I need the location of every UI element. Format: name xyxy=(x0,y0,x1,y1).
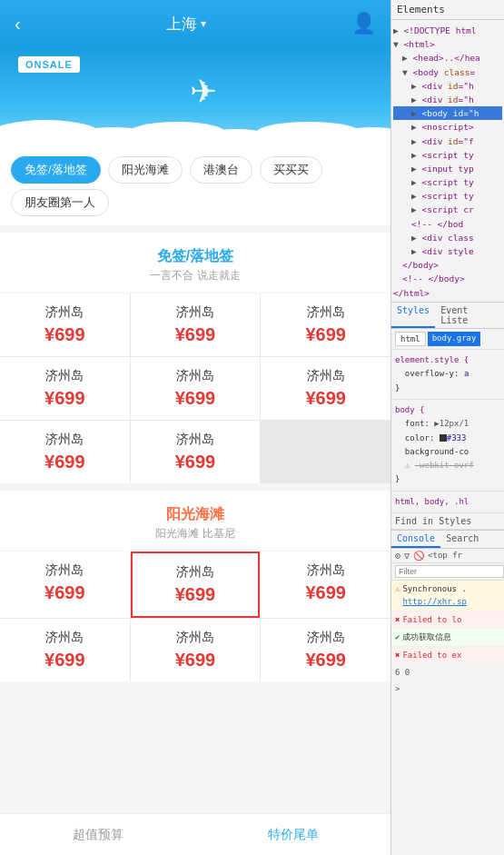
error-icon: ✖ xyxy=(395,613,400,626)
tree-line: </html> xyxy=(393,286,502,300)
tree-line: ▶ <div id="f xyxy=(393,134,502,148)
tree-line: ▼ <html> xyxy=(393,37,502,51)
filter-tab-shopping[interactable]: 买买买 xyxy=(260,156,322,184)
user-icon[interactable]: 👤 xyxy=(351,12,376,35)
console-message-warning-1: ⚠ Synchronous .http://xhr.sp xyxy=(391,581,504,611)
styles-body: body { font: ▶12px/1 color: #333 backgro… xyxy=(391,400,504,492)
tree-line: ▶ <div style xyxy=(393,244,502,258)
product-grid-1: 济州岛 ¥699 济州岛 ¥699 济州岛 ¥699 济州岛 ¥699 济州岛 … xyxy=(0,293,390,483)
console-clear-icon[interactable]: ⊙ xyxy=(395,551,400,561)
product-cell[interactable]: 济州岛 ¥699 xyxy=(261,293,390,356)
bottom-nav-budget[interactable]: 超值预算 xyxy=(0,814,195,855)
console-filter-input[interactable] xyxy=(395,565,504,578)
filter-tab-friends[interactable]: 朋友圈第一人 xyxy=(11,189,109,216)
element-tab-html[interactable]: html xyxy=(395,332,426,346)
console-context: <top fr xyxy=(428,551,462,560)
section1-subtitle: 一言不合 说走就走 xyxy=(0,268,390,283)
section2-subtitle: 阳光海滩 比基尼 xyxy=(0,526,390,542)
tree-line: ▶ <script ty xyxy=(393,189,502,203)
tree-line: <!-- </bod xyxy=(393,217,502,231)
section1-title: 免签/落地签 xyxy=(0,247,390,266)
success-icon: ✔ xyxy=(395,631,400,643)
tree-line: ▶ <script cr xyxy=(393,203,502,216)
product-cell[interactable]: 济州岛 ¥699 xyxy=(0,357,130,420)
tree-line: ▶ <!DOCTYPE html xyxy=(393,24,502,37)
product-cell[interactable]: 济州岛 ¥699 xyxy=(131,357,261,420)
console-filter-icon[interactable]: ▽ xyxy=(404,551,410,561)
tab-styles[interactable]: Styles xyxy=(391,303,435,328)
banner: ONSALE ✈ xyxy=(0,47,390,147)
app-header: ‹ 上海 ▾ 👤 xyxy=(0,0,390,47)
tree-line: ▶ <div class xyxy=(393,231,502,244)
product-cell[interactable]: 济州岛 ¥699 xyxy=(261,357,390,420)
filter-tabs-row1: 免签/落地签 阳光海滩 港澳台 买买买 xyxy=(0,147,390,189)
product-cell-highlighted[interactable]: 济州岛 ¥699 xyxy=(131,552,261,618)
filter-tab-hk[interactable]: 港澳台 xyxy=(190,156,252,184)
filter-tabs-row2: 朋友圈第一人 xyxy=(0,189,390,225)
element-tabs: html body.gray xyxy=(391,329,504,350)
product-cell[interactable]: 济州岛 ¥699 xyxy=(261,552,390,618)
header-title: 上海 ▾ xyxy=(166,14,206,35)
tree-line: <!-- </body> xyxy=(393,272,502,285)
tree-line: ▶ <script ty xyxy=(393,175,502,189)
tree-line: ▼ <body class= xyxy=(393,65,502,79)
bottom-nav: 超值预算 特价尾单 xyxy=(0,813,390,855)
devtools-panel: Elements ▶ <!DOCTYPE html ▼ <html> ▶ <he… xyxy=(390,0,504,855)
console-message-success-1: ✔ 成功获取信息 xyxy=(391,629,504,646)
tree-line-selected[interactable]: ▶ <body id="h xyxy=(393,106,502,120)
tree-line: ▶ <head>..</hea xyxy=(393,51,502,65)
dropdown-icon[interactable]: ▾ xyxy=(201,17,206,30)
tree-line: </body> xyxy=(393,258,502,272)
product-cell[interactable]: 济州岛 ¥699 xyxy=(131,421,261,483)
styles-tab-bar: Styles Event Liste xyxy=(391,303,504,329)
console-messages: ⚠ Synchronous .http://xhr.sp ✖ Failed to… xyxy=(391,581,504,855)
console-prompt[interactable]: > xyxy=(391,681,504,697)
filter-tab-beach[interactable]: 阳光海滩 xyxy=(108,156,183,184)
console-message-error-2: ✖ Failed to ex xyxy=(391,647,504,664)
bottom-nav-deals[interactable]: 特价尾单 xyxy=(195,814,390,855)
devtools-elements-tab[interactable]: Elements xyxy=(397,4,445,15)
console-toolbar: ⊙ ▽ 🚫 <top fr xyxy=(391,549,504,563)
styles-html-body: html, body, .hl xyxy=(391,492,504,513)
tree-line: ▶ <noscript> xyxy=(393,120,502,134)
tree-line: ▶ <div id="h xyxy=(393,79,502,93)
product-cell[interactable]: 济州岛 ¥699 xyxy=(0,421,130,483)
console-tab-bar: Console Search xyxy=(391,531,504,549)
product-cell[interactable]: 济州岛 ¥699 xyxy=(0,552,130,618)
section2-header: 阳光海滩 阳光海滩 比基尼 xyxy=(0,491,390,551)
filter-tab-visa[interactable]: 免签/落地签 xyxy=(11,156,101,184)
tree-line: ▶ <input typ xyxy=(393,162,502,175)
plane-icon: ✈ xyxy=(190,73,217,111)
devtools-topbar: Elements xyxy=(391,0,504,20)
back-button[interactable]: ‹ xyxy=(15,14,21,35)
section1-header: 免签/落地签 一言不合 说走就走 xyxy=(0,233,390,293)
console-count: 6 0 xyxy=(391,664,504,681)
product-grid-2: 济州岛 ¥699 济州岛 ¥699 济州岛 ¥699 济州岛 ¥699 济州岛 … xyxy=(0,552,390,681)
onsale-badge: ONSALE xyxy=(18,56,80,73)
product-cell[interactable]: 济州岛 ¥699 xyxy=(131,619,261,681)
clouds xyxy=(0,115,390,147)
html-tree: ▶ <!DOCTYPE html ▼ <html> ▶ <head>..</he… xyxy=(391,20,504,302)
console-block-icon[interactable]: 🚫 xyxy=(413,551,424,561)
tree-line: ▶ <script ty xyxy=(393,148,502,162)
find-in-styles-label: Find in Styles xyxy=(391,513,504,530)
tab-event-listeners[interactable]: Event Liste xyxy=(435,303,504,328)
warning-icon: ⚠ xyxy=(395,582,400,595)
tab-console[interactable]: Console xyxy=(391,531,440,548)
console-message-error-1: ✖ Failed to lo xyxy=(391,611,504,629)
tree-line: ▶ <div id="h xyxy=(393,93,502,106)
product-cell[interactable]: 济州岛 ¥699 xyxy=(261,619,390,681)
section2-title: 阳光海滩 xyxy=(0,505,390,524)
element-tab-body-gray[interactable]: body.gray xyxy=(428,332,481,346)
error-icon-2: ✖ xyxy=(395,649,400,661)
product-cell[interactable]: 济州岛 ¥699 xyxy=(0,293,130,356)
tab-search[interactable]: Search xyxy=(440,531,484,548)
product-cell[interactable]: 济州岛 ¥699 xyxy=(131,293,261,356)
product-cell[interactable]: 济州岛 ¥699 xyxy=(0,619,130,681)
filter-area xyxy=(391,563,504,581)
styles-element: element.style { overflow-y: a } xyxy=(391,350,504,400)
